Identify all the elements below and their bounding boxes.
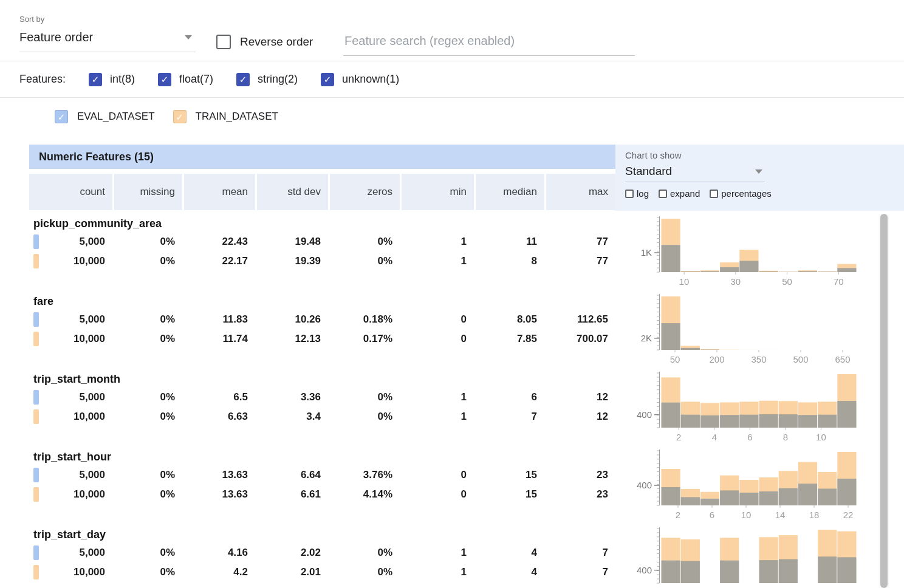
stat-value: 0% xyxy=(112,411,182,423)
int-checkbox[interactable] xyxy=(89,73,102,86)
stat-value: 0% xyxy=(112,255,182,267)
eval-legend-chip xyxy=(33,234,39,249)
feature-block: pickup_community_area 5,0000%22.4319.480… xyxy=(29,214,881,292)
feature-name: trip_start_hour xyxy=(29,447,615,465)
facets-overview-page: Sort by Feature order Reverse order Feat… xyxy=(0,0,904,588)
filter-item-int[interactable]: int(8) xyxy=(89,73,135,86)
svg-text:1K: 1K xyxy=(641,247,652,258)
string-checkbox[interactable] xyxy=(236,73,250,86)
chevron-down-icon xyxy=(755,169,762,174)
stat-value: 0% xyxy=(328,547,400,559)
column-header-missing: missing xyxy=(112,174,182,210)
stat-value: 3.4 xyxy=(255,411,328,423)
filter-item-float[interactable]: float(7) xyxy=(158,73,213,86)
filter-item-unknown[interactable]: unknown(1) xyxy=(321,73,399,86)
log-checkbox[interactable] xyxy=(625,190,634,198)
train-legend-chip xyxy=(33,565,39,579)
chart-type-dropdown[interactable]: Standard xyxy=(625,162,765,182)
feature-type-filterbar: Features: int(8) float(7) string(2) unkn… xyxy=(0,61,904,98)
dataset-item-train[interactable]: TRAIN_DATASET xyxy=(173,110,278,123)
column-header-mean: mean xyxy=(182,174,255,210)
histogram-chart: 1K10305070 xyxy=(615,214,871,288)
reverse-order-checkbox[interactable] xyxy=(216,35,231,49)
stat-value: 0.18% xyxy=(328,313,400,326)
svg-text:350: 350 xyxy=(751,354,766,364)
train-stats-row: 10,0000%22.1719.390%1877 xyxy=(29,251,615,271)
eval-stats-row: 5,0000%22.4319.480%11177 xyxy=(29,232,615,251)
histogram-chart: 400246810 xyxy=(615,369,871,443)
stat-value: 0 xyxy=(400,488,474,501)
stat-value: 0% xyxy=(112,236,182,248)
train-dataset-checkbox[interactable] xyxy=(173,110,187,123)
svg-text:400: 400 xyxy=(637,409,652,420)
percentages-checkbox[interactable] xyxy=(710,190,718,198)
stat-value: 0% xyxy=(112,547,182,559)
train-legend-chip xyxy=(33,409,39,424)
feature-block: trip_start_hour 5,0000%13.636.643.76%015… xyxy=(29,447,881,525)
histogram-chart: 2K50200350500650 xyxy=(615,292,871,366)
stat-value: 3.36 xyxy=(255,391,328,403)
feature-search-wrap xyxy=(343,32,635,56)
column-header-row: count missing mean std dev zeros min med… xyxy=(29,174,615,210)
stat-value: 6.64 xyxy=(255,469,328,481)
toggle-log[interactable]: log xyxy=(625,188,649,199)
train-legend-chip xyxy=(33,487,39,502)
svg-text:50: 50 xyxy=(670,354,680,364)
stat-value: 5,000 xyxy=(29,391,112,403)
unknown-checkbox[interactable] xyxy=(321,73,334,86)
svg-text:10: 10 xyxy=(816,432,826,442)
stat-value: 7 xyxy=(544,566,615,578)
sort-by-dropdown[interactable]: Feature order xyxy=(19,24,196,52)
stat-value: 10,000 xyxy=(29,333,112,345)
stat-value: 12.13 xyxy=(255,333,328,345)
stat-value: 10,000 xyxy=(29,488,112,501)
stat-value: 11.83 xyxy=(182,313,255,326)
stat-value: 6.5 xyxy=(182,391,255,403)
feature-block: fare 5,0000%11.8310.260.18%08.05112.65 1… xyxy=(29,292,881,369)
stat-value: 10,000 xyxy=(29,566,112,578)
eval-dataset-checkbox[interactable] xyxy=(55,110,68,123)
stat-value: 6.61 xyxy=(255,488,328,501)
stat-value: 10.26 xyxy=(255,313,328,326)
histogram-chart: 4002610141822 xyxy=(615,447,871,521)
toggle-expand[interactable]: expand xyxy=(659,188,700,199)
expand-checkbox[interactable] xyxy=(659,190,667,198)
float-checkbox[interactable] xyxy=(158,73,171,86)
stat-value: 1 xyxy=(400,391,474,403)
feature-name: trip_start_day xyxy=(29,525,615,543)
eval-legend-chip xyxy=(33,312,39,327)
dataset-item-eval[interactable]: EVAL_DATASET xyxy=(55,110,155,123)
stat-value: 7 xyxy=(544,547,615,559)
stat-value: 15 xyxy=(474,488,544,501)
feature-stats: trip_start_hour 5,0000%13.636.643.76%015… xyxy=(29,447,615,525)
stat-value: 2.01 xyxy=(255,566,328,578)
stat-value: 77 xyxy=(544,255,615,267)
stat-value: 12 xyxy=(544,391,615,403)
int-checkbox-label: int(8) xyxy=(110,73,135,86)
svg-text:50: 50 xyxy=(782,276,792,287)
svg-text:6: 6 xyxy=(710,510,714,520)
svg-text:400: 400 xyxy=(637,565,652,575)
scrollbar-thumb[interactable] xyxy=(880,214,888,588)
feature-block: trip_start_day 5,0000%4.162.020%147 10,0… xyxy=(29,525,881,588)
stat-value: 5,000 xyxy=(29,313,112,326)
svg-text:400: 400 xyxy=(637,480,652,490)
stat-value: 5,000 xyxy=(29,236,112,248)
percentages-label: percentages xyxy=(721,188,772,199)
stat-value: 2.02 xyxy=(255,547,328,559)
stat-value: 22.43 xyxy=(182,236,255,248)
float-checkbox-label: float(7) xyxy=(179,73,213,86)
feature-search-input[interactable] xyxy=(343,32,635,56)
train-stats-row: 10,0000%6.633.40%1712 xyxy=(29,407,615,426)
eval-legend-chip xyxy=(33,468,39,482)
filter-item-string[interactable]: string(2) xyxy=(236,73,298,86)
svg-text:2: 2 xyxy=(676,510,680,520)
stat-value: 7 xyxy=(474,411,544,423)
toggle-percentages[interactable]: percentages xyxy=(710,188,772,199)
features-list: pickup_community_area 5,0000%22.4319.480… xyxy=(29,214,881,588)
stat-value: 0% xyxy=(328,236,400,248)
feature-block: trip_start_month 5,0000%6.53.360%1612 10… xyxy=(29,369,881,447)
expand-label: expand xyxy=(670,188,700,199)
reverse-order-group: Reverse order xyxy=(216,35,313,49)
stat-value: 11.74 xyxy=(182,333,255,345)
